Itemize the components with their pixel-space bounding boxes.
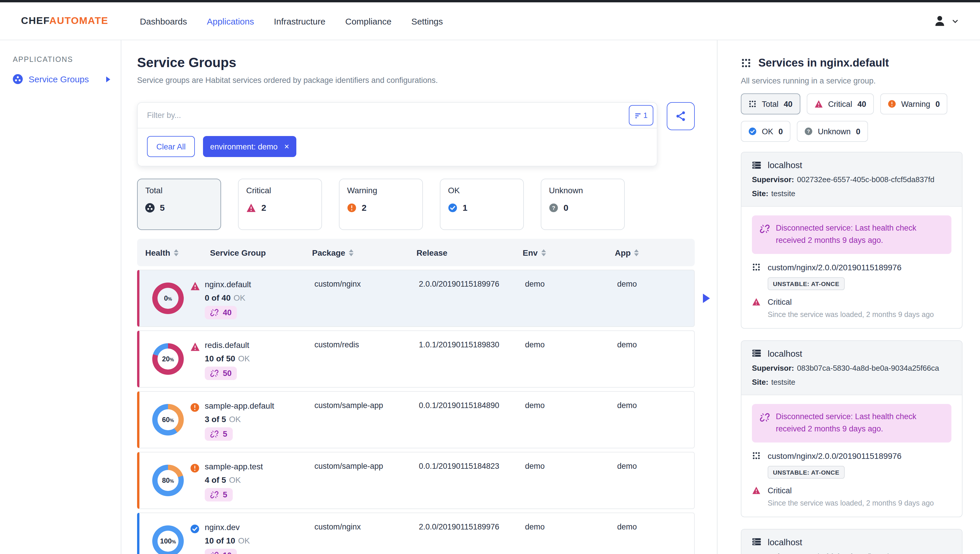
cell-env: demo [525,522,545,531]
chip-close-icon[interactable]: ✕ [284,143,290,150]
tile-critical[interactable]: Critical 2 [238,179,322,230]
cell-app: demo [617,522,637,531]
broken-link-icon [210,308,219,317]
top-strip [0,0,980,2]
tile-total[interactable]: Total 5 [137,179,221,230]
supervisor-id: 002732ee-6557-405c-b008-cfcf5da837fd [797,175,934,184]
cell-env: demo [525,340,545,349]
table-row-nginx-default[interactable]: 0% nginx.default 0 of 40OK 40 custom/ngi… [137,270,695,327]
health-label: Critical [768,298,792,307]
table-row-nginx-dev[interactable]: 100% nginx.dev 10 of 10OK 10 custom/ngin… [137,512,695,554]
server-icon [752,160,761,169]
badge-warning[interactable]: Warning0 [880,93,948,115]
column-release[interactable]: Release [417,239,447,266]
warning-icon [190,403,199,412]
cell-release: 2.0.0/20190115189976 [419,279,500,288]
table-row-redis-default[interactable]: 20% redis.default 10 of 50OK 50 custom/r… [137,330,695,388]
health-donut: 20% [152,343,184,375]
tile-count: 0 [563,203,568,212]
user-menu[interactable] [933,14,959,28]
critical-icon [752,298,760,306]
share-button[interactable] [667,102,695,130]
service-card: localhost Supervisor:002732ee-6557-405c-… [741,152,963,329]
service-group-list: 0% nginx.default 0 of 40OK 40 custom/ngi… [137,270,695,554]
service-group-name: sample-app.test [205,462,263,471]
page-title: Service Groups [137,55,695,71]
badge-critical[interactable]: Critical40 [807,93,874,115]
cell-env: demo [525,279,545,288]
column-service-group[interactable]: Service Group [210,239,266,266]
sort-icon[interactable] [634,249,639,256]
chevron-down-icon [951,17,959,25]
server-icon [752,349,761,358]
status-tiles: Total 5 Critical 2 [137,179,695,230]
cell-app: demo [617,279,637,288]
chef-automate-logo[interactable]: CHEFAUTOMATE [21,15,108,27]
nav-dashboards[interactable]: Dashboards [140,16,187,26]
tile-warning[interactable]: Warning 2 [339,179,423,230]
package-id: custom/nginx/2.0.0/20190115189976 [768,451,902,460]
cell-env: demo [525,462,545,471]
sidebar-item-service-groups[interactable]: Service Groups [13,74,121,84]
nav-infrastructure[interactable]: Infrastructure [274,16,326,26]
critical-icon [190,342,200,351]
service-card-header: localhost Supervisor:083b07ca-5830-4a8d-… [741,341,962,395]
column-health[interactable]: Health [145,239,178,266]
health-donut: 80% [152,465,184,496]
nav-links: Dashboards Applications Infrastructure C… [140,16,443,26]
panel-subtitle: All services running in a service group. [741,77,963,85]
nav-compliance[interactable]: Compliance [345,16,391,26]
selected-row-arrow-icon [703,294,710,303]
sort-icon[interactable] [541,249,546,256]
cell-release: 0.0.1/20190115184890 [419,401,500,410]
filter-input[interactable]: Filter by... 1 [137,102,657,128]
panel-title: Services in nginx.default [758,57,889,69]
service-cards: localhost Supervisor:002732ee-6557-405c-… [741,152,963,554]
filter-icon [635,111,642,120]
service-card-header: localhost Supervisor:002732ee-6557-405c-… [741,152,962,207]
sort-icon[interactable] [349,249,353,256]
supervisor-id: 0c0a6b1f-f9f2-4fe6-8fb0-ad05207ace47 [797,552,931,554]
top-navigation: CHEFAUTOMATE Dashboards Applications Inf… [0,2,980,40]
broken-link-icon [759,222,770,247]
table-row-sample-app-default[interactable]: 60% sample-app.default 3 of 5OK 5 custom… [137,391,695,448]
disconnected-badge: 5 [205,488,232,501]
panel-status-badges: Total40 Critical40 Warning0 [741,93,963,142]
cell-release: 0.0.1/20190115184823 [419,462,500,471]
nav-settings[interactable]: Settings [411,16,443,26]
sort-icon[interactable] [174,249,178,256]
column-env[interactable]: Env [523,239,546,266]
filter-placeholder: Filter by... [147,111,629,120]
user-icon [933,14,947,28]
service-card-body: Disconnected service: Last health check … [741,207,962,328]
badge-unknown[interactable]: ? Unknown0 [797,121,868,142]
service-group-name: nginx.default [205,279,251,289]
filter-toggle-button[interactable]: 1 [629,105,653,126]
broken-link-icon [210,429,219,438]
badge-total[interactable]: Total40 [741,93,800,115]
sidebar-expand-icon[interactable] [106,76,110,82]
svg-text:?: ? [807,129,810,134]
filter-container: Filter by... 1 Clear All environment: de… [137,102,657,166]
nav-applications[interactable]: Applications [207,16,254,26]
total-icon [145,203,154,212]
table-row-sample-app-test[interactable]: 80% sample-app.test 4 of 5OK 5 custom/sa… [137,452,695,509]
tile-ok[interactable]: OK 1 [440,179,524,230]
disconnected-alert: Disconnected service: Last health check … [752,404,951,442]
disconnected-badge: 40 [205,306,237,319]
badge-ok[interactable]: OK0 [741,121,791,142]
filter-chip-environment-demo[interactable]: environment: demo ✕ [203,136,297,157]
clear-all-button[interactable]: Clear All [147,136,195,157]
service-card: localhost Supervisor:0c0a6b1f-f9f2-4fe6-… [741,528,963,554]
disconnected-badge: 50 [205,367,237,380]
cell-release: 1.0.1/20190115189830 [419,340,500,349]
tile-unknown[interactable]: Unknown ? 0 [541,179,625,230]
host-name: localhost [768,348,802,358]
column-package[interactable]: Package [312,239,353,266]
column-app[interactable]: App [615,239,639,266]
service-group-name: nginx.dev [205,522,240,532]
tile-count: 5 [160,203,165,212]
since-loaded-text: Since the service was loaded, 2 months 9… [768,311,951,319]
server-icon [752,537,761,546]
app-window: CHEFAUTOMATE Dashboards Applications Inf… [0,0,980,554]
